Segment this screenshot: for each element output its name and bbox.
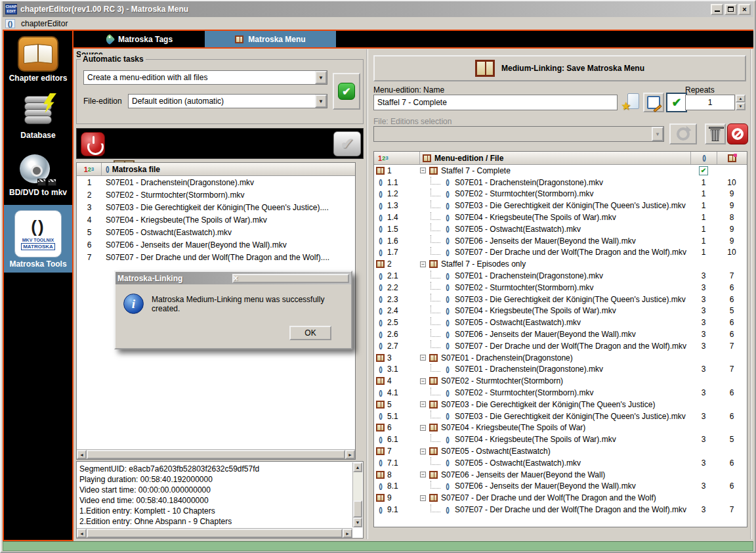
table-row[interactable]: 2 S07E02 - Sturmtochter(Stormborn).mkv: [77, 188, 355, 201]
menu-edition-file-column-header[interactable]: Menu-edition / File: [420, 152, 690, 164]
scroll-up-icon[interactable]: ▲: [353, 462, 362, 472]
menu-edition-name-input[interactable]: [373, 95, 618, 110]
tree-row[interactable]: 5 − S07E03 - Die Gerechtigkeit der König…: [374, 399, 747, 410]
tree-row[interactable]: 8.1 − S07E06 - Jenseits der Mauer(Beyond…: [374, 481, 747, 493]
delete-button[interactable]: [705, 123, 726, 144]
number-column-header[interactable]: 123: [374, 152, 420, 164]
tree-row[interactable]: 2.2 − S07E02 - Sturmtochter(Stormborn).m…: [374, 282, 747, 294]
table-row[interactable]: 5 S07E05 - Ostwacht(Eastwatch).mkv: [77, 226, 355, 238]
tree-row[interactable]: 1.7 − S07E07 - Der Drache und der Wolf(T…: [374, 247, 747, 259]
apply-task-button[interactable]: ✔: [333, 73, 360, 110]
scroll-left-icon[interactable]: ◄: [77, 529, 87, 538]
collapse-toggle[interactable]: −: [420, 425, 426, 431]
confirm-name-button[interactable]: ✔: [666, 93, 687, 112]
scroll-left-icon[interactable]: ◄: [77, 450, 87, 459]
chapters-column-header[interactable]: [717, 152, 747, 164]
tree-row[interactable]: 4 − S07E02 - Sturmtochter(Stormborn): [374, 375, 747, 387]
tree-row[interactable]: 2.5 − S07E05 - Ostwacht(Eastwatch).mkv 3…: [374, 317, 747, 328]
scrollbar-thumb[interactable]: [87, 529, 343, 538]
scroll-right-icon[interactable]: ►: [345, 450, 355, 459]
collapse-toggle[interactable]: −: [420, 401, 426, 407]
collapse-toggle[interactable]: −: [420, 261, 426, 267]
tree-row[interactable]: 2.7 − S07E07 - Der Drache und der Wolf(T…: [374, 340, 747, 352]
tree-row[interactable]: 1.1 − S07E01 - Drachenstein(Dragonstone)…: [374, 177, 747, 188]
file-column-header[interactable]: () Matroska file: [102, 163, 355, 175]
chevron-down-icon[interactable]: ▼: [315, 71, 327, 84]
spin-down-icon[interactable]: ▼: [736, 102, 746, 110]
maximize-button[interactable]: [724, 4, 737, 15]
scroll-down-icon[interactable]: ▼: [353, 518, 362, 527]
ok-button[interactable]: OK: [289, 326, 331, 340]
tree-row[interactable]: 2.1 − S07E01 - Drachenstein(Dragonstone)…: [374, 270, 747, 282]
collapse-toggle[interactable]: −: [420, 495, 426, 501]
tree-row[interactable]: 2.6 − S07E06 - Jenseits der Mauer(Beyond…: [374, 328, 747, 340]
collapse-toggle[interactable]: −: [420, 167, 426, 173]
collapse-toggle[interactable]: −: [420, 449, 426, 454]
save-matroska-menu-button[interactable]: Medium-Linking: Save Matroska Menu: [373, 55, 746, 81]
power-button[interactable]: [81, 132, 105, 156]
edition-count-or-check: 1: [702, 225, 706, 234]
tree-row[interactable]: 9.1 − S07E07 - Der Drache und der Wolf(T…: [374, 504, 747, 516]
info-vscrollbar[interactable]: ▲ ▼: [352, 462, 362, 527]
tree-row[interactable]: 2.3 − S07E03 - Die Gerechtigkeit der Kön…: [374, 294, 747, 305]
matroska-icon: (): [5, 19, 15, 28]
panel-splitter[interactable]: [366, 49, 368, 539]
row-type-icon: [376, 214, 385, 221]
tree-row[interactable]: 9 − S07E07 - Der Drache und der Wolf(The…: [374, 492, 747, 504]
dialog-close-button[interactable]: ×: [232, 274, 350, 283]
close-button[interactable]: ×: [738, 4, 751, 15]
scroll-right-icon[interactable]: ►: [343, 529, 352, 538]
tree-row[interactable]: 4.1 − S07E02 - Sturmtochter(Stormborn).m…: [374, 387, 747, 399]
file-table-hscrollbar[interactable]: ◄ ►: [77, 449, 355, 459]
sidebar-item-matroska-tools[interactable]: () MKV TOOLNIX MATROSKA Matroska Tools: [4, 205, 72, 273]
tree-row[interactable]: 1.4 − S07E04 - Kriegsbeute(The Spoils of…: [374, 211, 747, 223]
tree-row[interactable]: 1.3 − S07E03 - Die Gerechtigkeit der Kön…: [374, 200, 747, 211]
load-name-button[interactable]: ★: [622, 93, 639, 112]
sidebar-item-chapter-editors[interactable]: Chapter editors: [4, 31, 72, 87]
tree-row[interactable]: 7 − S07E05 - Ostwacht(Eastwatch): [374, 445, 747, 457]
file-count-column-header[interactable]: (): [690, 152, 717, 164]
table-row[interactable]: 4 S07E04 - Kriegsbeute(The Spoils of War…: [77, 213, 355, 226]
minimize-button[interactable]: [711, 4, 723, 15]
file-table-body: 1 S07E01 - Drachenstein(Dragonstone).mkv…: [77, 176, 355, 263]
task-select[interactable]: Create a menu-edition with all files ▼: [83, 70, 327, 85]
table-row[interactable]: 6 S07E06 - Jenseits der Mauer(Beyond the…: [77, 238, 355, 251]
tab-matroska-menu[interactable]: Matroska Menu: [205, 31, 336, 47]
number-column-header[interactable]: 123: [77, 163, 102, 175]
tree-row[interactable]: 5.1 − S07E03 - Die Gerechtigkeit der Kön…: [374, 410, 747, 422]
trash-icon: [709, 127, 724, 129]
collapse-toggle[interactable]: −: [420, 355, 426, 361]
edit-name-button[interactable]: [643, 93, 664, 112]
collapse-toggle[interactable]: −: [420, 378, 426, 384]
scrollbar-thumb[interactable]: [87, 450, 345, 459]
tree-row[interactable]: 2 − Staffel 7 - Episodes only: [374, 258, 747, 270]
sidebar-item-database[interactable]: Database: [4, 91, 72, 144]
tree-row[interactable]: 3.1 − S07E01 - Drachenstein(Dragonstone)…: [374, 364, 747, 376]
cancel-button[interactable]: [727, 123, 748, 144]
scrollbar-thumb[interactable]: [353, 500, 362, 518]
tree-row[interactable]: 7.1 − S07E05 - Ostwacht(Eastwatch).mkv 3…: [374, 457, 747, 469]
tree-row[interactable]: 1 − Staffel 7 - Complete ✔: [374, 165, 747, 177]
file-edition-select[interactable]: Default edition (automatic) ▼: [128, 94, 327, 108]
tree-row[interactable]: 1.2 − S07E02 - Sturmtochter(Stormborn).m…: [374, 188, 747, 200]
menu-item-chaptereditor[interactable]: chapterEditor: [18, 18, 70, 29]
tree-row[interactable]: 8 − S07E06 - Jenseits der Mauer(Beyond t…: [374, 469, 747, 481]
tree-row[interactable]: 6 − S07E04 - Kriegsbeute(The Spoils of W…: [374, 422, 747, 434]
table-row[interactable]: 3 S07E03 - Die Gerechtigkeit der Königin…: [77, 201, 355, 213]
tree-branch-line: [430, 271, 440, 278]
confirm-button[interactable]: ✔: [333, 131, 361, 156]
tree-row[interactable]: 3 − S07E01 - Drachenstein(Dragonstone): [374, 352, 747, 364]
chevron-down-icon[interactable]: ▼: [315, 95, 327, 108]
tree-row[interactable]: 6.1 − S07E04 - Kriegsbeute(The Spoils of…: [374, 433, 747, 445]
spin-up-icon[interactable]: ▲: [736, 95, 746, 102]
tab-matroska-tags[interactable]: Matroska Tags: [74, 31, 205, 47]
tree-row[interactable]: 1.5 − S07E05 - Ostwacht(Eastwatch).mkv 1…: [374, 223, 747, 235]
tree-row[interactable]: 1.6 − S07E06 - Jenseits der Mauer(Beyond…: [374, 235, 747, 247]
collapse-toggle[interactable]: −: [420, 472, 426, 477]
repeats-input[interactable]: 1: [685, 95, 735, 110]
table-row[interactable]: 7 S07E07 - Der Drache und der Wolf(The D…: [77, 251, 355, 263]
sidebar-item-bddvd-to-mkv[interactable]: BD/DVD to mkv: [4, 149, 72, 201]
table-row[interactable]: 1 S07E01 - Drachenstein(Dragonstone).mkv: [77, 176, 355, 188]
tree-row[interactable]: 2.4 − S07E04 - Kriegsbeute(The Spoils of…: [374, 305, 747, 317]
info-hscrollbar[interactable]: ◄ ►: [77, 528, 352, 538]
